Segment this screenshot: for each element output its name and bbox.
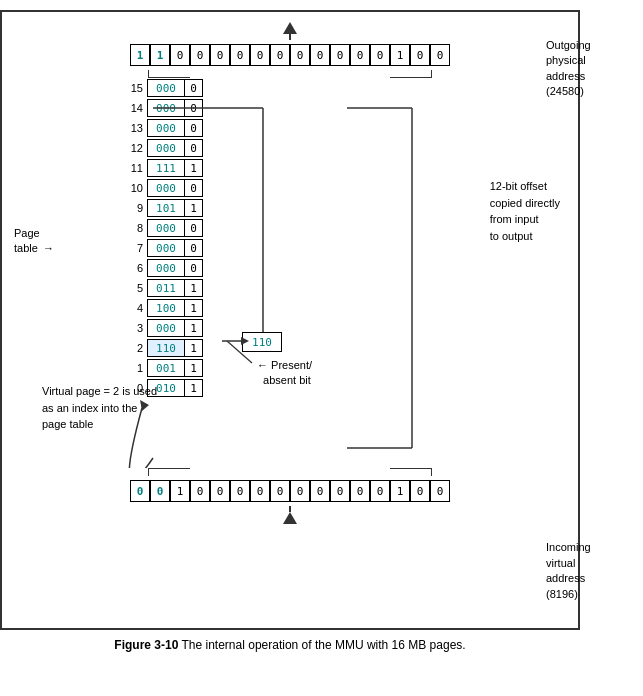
physical-address-row: 1100000000000100	[12, 44, 568, 66]
pt-row-15: 150000	[122, 78, 203, 98]
phys-bit-10: 0	[330, 44, 350, 66]
pt-val-6: 000	[147, 259, 185, 277]
pt-val-10: 000	[147, 179, 185, 197]
outgoing-label: Outgoingphysicaladdress(24580)	[546, 38, 641, 100]
pt-bit-0: 1	[185, 379, 203, 397]
pt-bit-3: 1	[185, 319, 203, 337]
pt-index-11: 11	[122, 162, 147, 174]
pt-row-4: 41001	[122, 298, 203, 318]
virt-bracket	[12, 468, 568, 476]
virt-bit-2: 1	[170, 480, 190, 502]
pt-bit-6: 0	[185, 259, 203, 277]
pt-index-12: 12	[122, 142, 147, 154]
pt-index-7: 7	[122, 242, 147, 254]
virt-bit-7: 0	[270, 480, 290, 502]
pt-bit-13: 0	[185, 119, 203, 137]
pt-val-1: 001	[147, 359, 185, 377]
pt-row-2: 21101	[122, 338, 203, 358]
phys-bit-1: 1	[150, 44, 170, 66]
phys-bit-6: 0	[250, 44, 270, 66]
bottom-arrow	[12, 506, 568, 524]
pt-index-9: 9	[122, 202, 147, 214]
pt-index-10: 10	[122, 182, 147, 194]
virt-bit-4: 0	[210, 480, 230, 502]
phys-bit-8: 0	[290, 44, 310, 66]
pt-val-12: 000	[147, 139, 185, 157]
pt-val-3: 000	[147, 319, 185, 337]
virt-bit-8: 0	[290, 480, 310, 502]
virt-bit-9: 0	[310, 480, 330, 502]
pt-val-9: 101	[147, 199, 185, 217]
pt-row-3: 30001	[122, 318, 203, 338]
pt-row-1: 10011	[122, 358, 203, 378]
pt-bit-1: 1	[185, 359, 203, 377]
phys-bit-3: 0	[190, 44, 210, 66]
frame-number-box: 110	[242, 332, 282, 352]
virt-bit-10: 0	[330, 480, 350, 502]
phys-bracket	[12, 70, 568, 78]
virt-bit-3: 0	[190, 480, 210, 502]
pt-bit-5: 1	[185, 279, 203, 297]
pt-index-14: 14	[122, 102, 147, 114]
pt-bit-15: 0	[185, 79, 203, 97]
pt-val-14: 000	[147, 99, 185, 117]
page-table-label: Page table →	[14, 226, 54, 257]
virtual-address-row: 0010000000000100	[12, 480, 568, 502]
pt-index-8: 8	[122, 222, 147, 234]
pt-bit-10: 0	[185, 179, 203, 197]
phys-bit-5: 0	[230, 44, 250, 66]
phys-bit-9: 0	[310, 44, 330, 66]
pt-row-10: 100000	[122, 178, 203, 198]
phys-bit-15: 0	[430, 44, 450, 66]
figure-number: Figure 3-10	[114, 638, 178, 652]
phys-bit-11: 0	[350, 44, 370, 66]
pt-bit-8: 0	[185, 219, 203, 237]
virt-bit-13: 1	[390, 480, 410, 502]
pt-val-13: 000	[147, 119, 185, 137]
virt-bit-1: 0	[150, 480, 170, 502]
page-table: 1500001400001300001200001111111000009101…	[122, 78, 203, 398]
figure-caption: Figure 3-10 The internal operation of th…	[0, 638, 580, 652]
incoming-label: Incomingvirtualaddress(8196)	[546, 540, 641, 602]
pt-row-11: 111111	[122, 158, 203, 178]
pt-index-13: 13	[122, 122, 147, 134]
pt-bit-2: 1	[185, 339, 203, 357]
pt-row-6: 60000	[122, 258, 203, 278]
pt-val-7: 000	[147, 239, 185, 257]
pt-index-1: 1	[122, 362, 147, 374]
virt-bit-0: 0	[130, 480, 150, 502]
pt-val-15: 000	[147, 79, 185, 97]
pt-bit-11: 1	[185, 159, 203, 177]
pt-row-13: 130000	[122, 118, 203, 138]
virt-bit-11: 0	[350, 480, 370, 502]
pt-row-5: 50111	[122, 278, 203, 298]
pt-row-12: 120000	[122, 138, 203, 158]
pt-bit-12: 0	[185, 139, 203, 157]
diagram-box: 1100000000000100 Page table → 1500001400…	[0, 10, 580, 630]
pt-index-5: 5	[122, 282, 147, 294]
virt-bit-15: 0	[430, 480, 450, 502]
pt-row-14: 140000	[122, 98, 203, 118]
phys-bit-4: 0	[210, 44, 230, 66]
phys-bit-13: 1	[390, 44, 410, 66]
virt-bit-14: 0	[410, 480, 430, 502]
virt-bit-5: 0	[230, 480, 250, 502]
label-12bit-offset: 12-bit offset copied directly from input…	[490, 178, 560, 244]
pt-val-5: 011	[147, 279, 185, 297]
phys-bit-7: 0	[270, 44, 290, 66]
pt-index-6: 6	[122, 262, 147, 274]
caption-text: The internal operation of the MMU with 1…	[182, 638, 466, 652]
pt-bit-4: 1	[185, 299, 203, 317]
label-virtual-page: Virtual page = 2 is used as an index int…	[42, 383, 157, 433]
pt-val-8: 000	[147, 219, 185, 237]
virt-bit-6: 0	[250, 480, 270, 502]
label-present-absent: ← Present/ absent bit	[257, 358, 312, 389]
pt-val-11: 111	[147, 159, 185, 177]
pt-row-7: 70000	[122, 238, 203, 258]
pt-index-2: 2	[122, 342, 147, 354]
phys-bit-0: 1	[130, 44, 150, 66]
pt-index-15: 15	[122, 82, 147, 94]
pt-index-4: 4	[122, 302, 147, 314]
phys-bit-2: 0	[170, 44, 190, 66]
pt-val-4: 100	[147, 299, 185, 317]
